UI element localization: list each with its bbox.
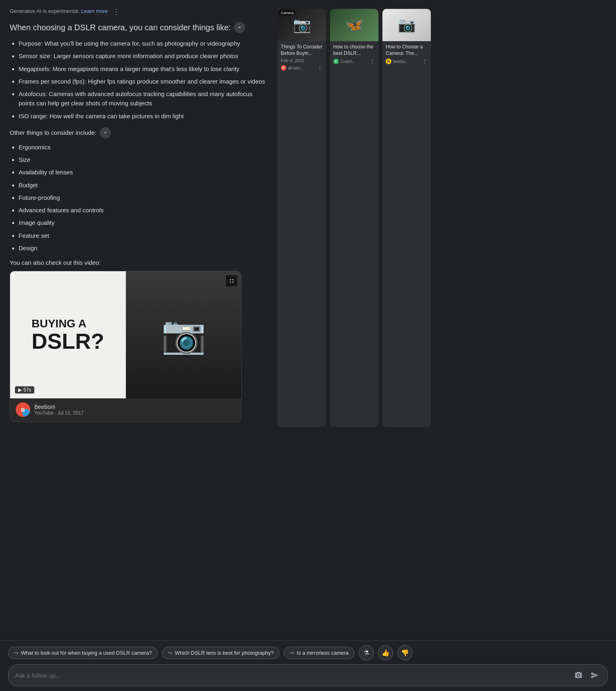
other-things-label: Other things to consider include: xyxy=(10,127,268,138)
card-title-3: How to Choose a Camera: The... xyxy=(386,44,428,57)
video-text: BUYING A DSLR? xyxy=(23,310,112,360)
video-platform-date: YouTube · Jul 15, 2017 xyxy=(34,410,84,416)
main-question-heading: When choosing a DSLR camera, you can con… xyxy=(10,22,268,33)
video-metadata: B Beebom YouTube · Jul 15, 2017 xyxy=(10,398,241,422)
butterfly-icon: 🦋 xyxy=(345,17,363,34)
video-section-label: You can also check out this video: xyxy=(10,259,268,266)
list-item: Future-proofing xyxy=(19,193,268,202)
suggestion-chips: ↪ What to look out for when buying a use… xyxy=(8,645,608,660)
banner-menu-dots[interactable]: ⋮ xyxy=(113,7,120,16)
ai-banner: Generative AI is experimental. Learn mor… xyxy=(10,7,268,16)
card-title-2: How to choose the best DSLR... xyxy=(333,44,375,57)
play-icon: ▶ xyxy=(18,387,22,393)
list-item: Budget xyxy=(19,180,268,190)
camera-search-button[interactable] xyxy=(572,669,585,682)
list-item: Sensor size: Larger sensors capture more… xyxy=(19,51,268,61)
send-button[interactable] xyxy=(588,669,601,682)
list-item: Advanced features and controls xyxy=(19,205,268,215)
list-item: Availability of lenses xyxy=(19,168,268,177)
favicon-2: C xyxy=(333,59,339,64)
card-title-1: Things To Consider Before Buyin... xyxy=(281,44,323,57)
channel-avatar: B xyxy=(16,402,30,417)
card-menu-3[interactable]: ⋮ xyxy=(422,58,428,65)
main-question-dropdown[interactable] xyxy=(234,22,245,33)
chip-arrow-icon-3: ↪ xyxy=(290,650,294,656)
channel-name: Beebom xyxy=(34,404,84,410)
video-info: Beebom YouTube · Jul 15, 2017 xyxy=(34,404,84,416)
card-body-2: How to choose the best DSLR... C Crutch.… xyxy=(330,41,378,68)
card-date-1: Feb 4, 2021 xyxy=(281,58,323,63)
list-item: Autofocus: Cameras with advanced autofoc… xyxy=(19,89,268,108)
suggestion-chip-2[interactable]: ↪ Which DSLR lens is best for photograph… xyxy=(162,647,280,659)
video-card[interactable]: BUYING A DSLR? 📷 ▶ 57s xyxy=(10,271,242,422)
card-image-2: 🦋 xyxy=(330,9,378,41)
chip-arrow-icon-1: ↪ xyxy=(14,650,19,656)
cards-panel: 📷 Camera Things To Consider Before Buyin… xyxy=(278,7,431,427)
chip-arrow-icon-2: ↪ xyxy=(168,650,172,656)
card-menu-2[interactable]: ⋮ xyxy=(370,58,375,65)
camera-icon-3: 📷 xyxy=(398,17,416,34)
learn-more-link[interactable]: Learn more xyxy=(81,8,108,14)
article-card-2[interactable]: 🦋 How to choose the best DSLR... C Crutc… xyxy=(330,9,378,427)
camera-icon: 📷 xyxy=(293,17,311,34)
video-left-half: BUYING A DSLR? xyxy=(10,271,126,398)
list-item: Size xyxy=(19,155,268,164)
card-image-3: 📷 xyxy=(382,9,431,41)
suggestion-chip-1[interactable]: ↪ What to look out for when buying a use… xyxy=(8,647,158,659)
video-expand-button[interactable] xyxy=(226,275,237,287)
list-item: Frames per second (fps): Higher fps rati… xyxy=(19,77,268,86)
video-buying-text: BUYING A xyxy=(31,318,104,330)
favicon-3: B xyxy=(386,59,391,64)
suggestion-chip-3[interactable]: ↪ Is a mirrorless camera xyxy=(284,647,355,659)
primary-bullet-list: Purpose: What you'll be using the camera… xyxy=(10,39,268,121)
article-card-1[interactable]: 📷 Camera Things To Consider Before Buyin… xyxy=(278,9,326,427)
article-card-3[interactable]: 📷 How to Choose a Camera: The... B bestb… xyxy=(382,9,431,427)
favicon-1: P xyxy=(281,65,286,71)
list-item: Ergonomics xyxy=(19,142,268,152)
card-label-1: Camera xyxy=(279,10,295,15)
list-item: Image quality xyxy=(19,218,268,227)
list-item: Feature set xyxy=(19,231,268,240)
card-body-3: How to Choose a Camera: The... B bestbu.… xyxy=(382,41,431,68)
thumbs-down-button[interactable]: 👎 xyxy=(397,645,413,660)
secondary-bullet-list: Ergonomics Size Availability of lenses B… xyxy=(10,142,268,253)
source-name-2: Crutch... xyxy=(340,59,356,64)
thumbs-up-button[interactable]: 👍 xyxy=(378,645,393,660)
card-image-1: 📷 Camera xyxy=(278,9,326,41)
card-menu-1[interactable]: ⋮ xyxy=(317,65,323,71)
video-duration-badge: ▶ 57s xyxy=(15,386,34,394)
other-things-dropdown[interactable] xyxy=(100,127,111,138)
input-action-buttons xyxy=(572,669,601,682)
card-source-3: B bestbu... ⋮ xyxy=(386,58,428,65)
list-item: Purpose: What you'll be using the camera… xyxy=(19,39,268,48)
card-source-2: C Crutch... ⋮ xyxy=(333,58,375,65)
follow-up-input[interactable] xyxy=(15,672,567,679)
source-name-1: all-abo... xyxy=(288,66,303,70)
camera-icon: 📷 xyxy=(161,314,206,356)
source-name-3: bestbu... xyxy=(393,59,408,64)
list-item: Design xyxy=(19,243,268,253)
lab-icon-button[interactable]: ⚗ xyxy=(359,645,374,660)
list-item: Megapixels: More megapixels means a larg… xyxy=(19,64,268,73)
video-right-half: 📷 xyxy=(126,271,242,398)
list-item: ISO range: How well the camera can take … xyxy=(19,111,268,121)
video-dslr-text: DSLR? xyxy=(31,330,104,352)
video-thumbnail[interactable]: BUYING A DSLR? 📷 ▶ 57s xyxy=(10,271,241,398)
card-source-1: P all-abo... ⋮ xyxy=(281,65,323,71)
follow-up-input-bar[interactable] xyxy=(8,664,608,686)
card-body-1: Things To Consider Before Buyin... Feb 4… xyxy=(278,41,326,74)
avatar-letter: B xyxy=(21,407,25,413)
bottom-bar: ↪ What to look out for when buying a use… xyxy=(0,641,616,691)
